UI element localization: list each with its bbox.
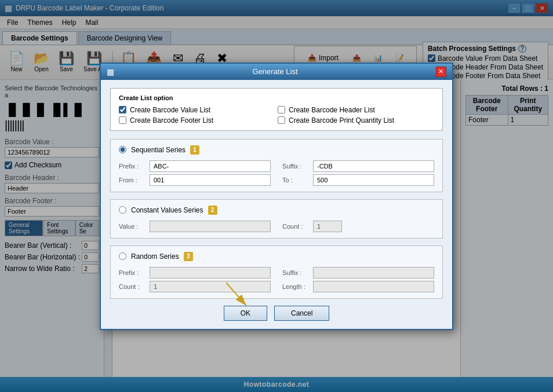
dialog-icon: ▦	[107, 67, 114, 76]
svg-line-1	[226, 283, 246, 306]
sequential-badge: 1	[190, 145, 199, 155]
cb-footer-label: Create Barcode Footer List	[130, 116, 213, 124]
random-suffix-label: Suffix :	[282, 269, 308, 276]
prefix-label: Prefix :	[119, 163, 145, 170]
constant-value-input[interactable]	[150, 221, 271, 232]
sequential-suffix-input[interactable]	[313, 160, 434, 172]
sequential-to-input[interactable]	[313, 174, 434, 186]
sequential-radio[interactable]	[119, 146, 126, 153]
sequential-label: Sequential Series	[131, 146, 185, 154]
arrow-annotation	[209, 277, 278, 312]
random-suffix-row: Suffix :	[282, 267, 434, 279]
cb-barcode-header[interactable]	[278, 106, 285, 113]
from-row: From :	[119, 174, 271, 186]
suffix-label: Suffix :	[282, 163, 308, 170]
sequential-series-section: Sequential Series 1 Prefix : From :	[110, 139, 443, 192]
cb-header-row: Create Barcode Header List	[278, 106, 434, 114]
cb-qty-label: Create Barcode Print Quantity List	[289, 116, 394, 124]
random-length-label: Length :	[282, 283, 308, 290]
random-right-group: Suffix : Length :	[282, 267, 434, 292]
dialog-title: Generate List	[252, 67, 297, 76]
constant-label: Constant Values Series	[131, 206, 203, 214]
constant-fields: Value : Count :	[119, 221, 434, 232]
to-row: To :	[282, 174, 434, 186]
sequential-header: Sequential Series 1	[119, 145, 434, 155]
from-label: From :	[119, 177, 145, 184]
random-header: Random Series 3	[119, 252, 434, 261]
constant-count-input[interactable]	[313, 221, 342, 232]
random-length-row: Length :	[282, 281, 434, 292]
dialog-close-button[interactable]: ✕	[436, 67, 446, 77]
dialog-buttons: OK Cancel	[110, 306, 443, 321]
to-label: To :	[282, 177, 308, 184]
count-spinner	[313, 221, 342, 232]
random-radio[interactable]	[119, 252, 126, 260]
cb-barcode-footer[interactable]	[119, 116, 126, 124]
constant-count-label: Count :	[282, 223, 308, 230]
random-prefix-label: Prefix :	[119, 269, 145, 276]
sequential-suffix-group: Suffix : To :	[282, 160, 434, 186]
constant-badge: 2	[208, 206, 217, 215]
random-badge: 3	[184, 252, 193, 261]
constant-series-section: Constant Values Series 2 Value : Count :	[110, 199, 443, 239]
sequential-prefix-group: Prefix : From :	[119, 160, 271, 186]
cb-barcode-value[interactable]	[119, 106, 126, 113]
constant-value-row: Value :	[119, 221, 271, 232]
modal-overlay: ▦ Generate List ✕ Create List option Cre…	[0, 0, 553, 392]
random-count-label: Count :	[119, 283, 145, 290]
constant-count-row: Count :	[282, 221, 434, 232]
create-list-grid: Create Barcode Value List Create Barcode…	[119, 106, 434, 124]
cb-value-label: Create Barcode Value List	[130, 106, 210, 114]
sequential-prefix-input[interactable]	[150, 160, 271, 172]
random-label: Random Series	[131, 252, 179, 261]
random-suffix-input[interactable]	[313, 267, 434, 279]
cancel-button[interactable]: Cancel	[274, 306, 329, 321]
cb-value-row: Create Barcode Value List	[119, 106, 275, 114]
constant-header: Constant Values Series 2	[119, 206, 434, 215]
dialog-title-bar: ▦ Generate List ✕	[101, 64, 452, 80]
create-list-section: Create List option Create Barcode Value …	[110, 88, 443, 131]
constant-radio[interactable]	[119, 206, 126, 214]
cb-header-label: Create Barcode Header List	[289, 106, 375, 114]
random-length-input[interactable]	[313, 281, 434, 292]
create-list-title: Create List option	[119, 94, 434, 101]
cb-barcode-qty[interactable]	[278, 116, 285, 124]
dialog-body: Create List option Create Barcode Value …	[101, 80, 452, 329]
prefix-row: Prefix :	[119, 160, 271, 172]
constant-value-label: Value :	[119, 223, 145, 230]
cb-qty-row: Create Barcode Print Quantity List	[278, 116, 434, 124]
sequential-fields: Prefix : From : Suffix :	[119, 160, 434, 186]
suffix-row: Suffix :	[282, 160, 434, 172]
cb-footer-row: Create Barcode Footer List	[119, 116, 275, 124]
sequential-from-input[interactable]	[150, 174, 271, 186]
generate-list-dialog: ▦ Generate List ✕ Create List option Cre…	[100, 63, 453, 330]
